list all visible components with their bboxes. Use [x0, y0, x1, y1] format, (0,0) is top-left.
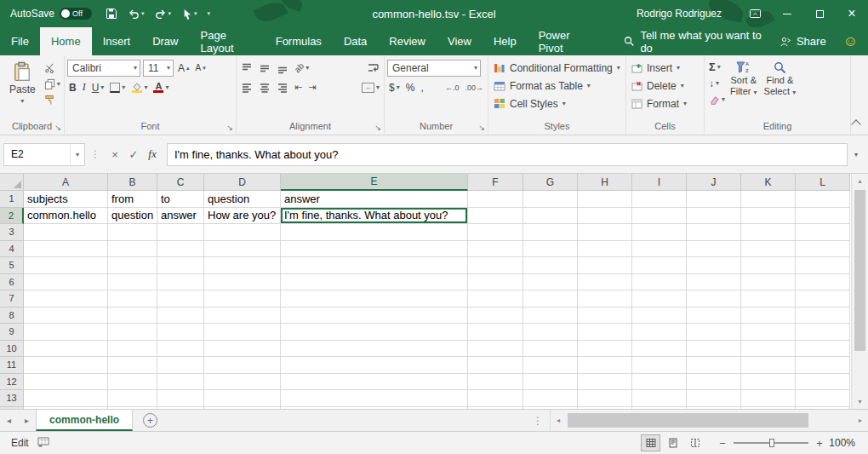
cell-B3[interactable]: [108, 224, 157, 241]
cell-J7[interactable]: [687, 290, 741, 307]
fill-button[interactable]: ↓ ▾: [707, 75, 727, 91]
cell-B2[interactable]: question: [108, 208, 157, 225]
cell-K1[interactable]: [741, 191, 796, 208]
cell-I3[interactable]: [632, 224, 687, 241]
cell-G7[interactable]: [523, 290, 578, 307]
cell-I13[interactable]: [632, 390, 687, 407]
conditional-formatting-button[interactable]: Conditional Formatting ▾: [491, 59, 623, 77]
column-header-D[interactable]: D: [204, 174, 281, 191]
cell-F5[interactable]: [468, 257, 523, 274]
undo-dropdown-icon[interactable]: ▾: [141, 10, 145, 17]
cell-L4[interactable]: [796, 241, 850, 258]
cell-B11[interactable]: [108, 357, 157, 374]
cell-J11[interactable]: [687, 357, 741, 374]
cell-I4[interactable]: [632, 241, 687, 258]
next-sheet-button[interactable]: ▸: [18, 416, 36, 425]
cell-K9[interactable]: [741, 324, 796, 341]
cell-J1[interactable]: [687, 191, 741, 208]
align-bottom-button[interactable]: [275, 60, 290, 76]
cell-A5[interactable]: [24, 257, 108, 274]
decrease-decimal-button[interactable]: .00→: [463, 83, 485, 92]
font-dialog-launcher[interactable]: ↘: [226, 124, 233, 132]
cell-G10[interactable]: [523, 341, 578, 358]
cell-I8[interactable]: [632, 307, 687, 325]
column-header-L[interactable]: L: [796, 174, 850, 191]
column-header-E[interactable]: E: [281, 174, 468, 191]
horizontal-scrollbar-track[interactable]: [566, 410, 853, 431]
cell-B8[interactable]: [108, 307, 157, 325]
cancel-button[interactable]: ×: [106, 148, 124, 161]
cell-D7[interactable]: [204, 290, 281, 307]
cell-E11[interactable]: [281, 357, 468, 374]
align-right-button[interactable]: [275, 79, 290, 95]
cell-A8[interactable]: [24, 307, 108, 325]
cell-I6[interactable]: [632, 274, 687, 291]
cell-B12[interactable]: [108, 374, 157, 391]
tab-help[interactable]: Help: [483, 27, 528, 55]
maximize-button[interactable]: [803, 0, 836, 27]
tell-me-button[interactable]: Tell me what you want to do: [624, 27, 773, 55]
font-name-select[interactable]: Calibri ▾: [67, 60, 140, 77]
row-header-6[interactable]: 6: [0, 274, 24, 291]
cell-C11[interactable]: [157, 357, 204, 374]
scroll-right-button[interactable]: ▸: [853, 417, 868, 424]
cell-A6[interactable]: [24, 274, 108, 291]
orientation-button[interactable]: ab ▾: [293, 60, 311, 76]
cell-H5[interactable]: [578, 257, 632, 274]
cell-A12[interactable]: [24, 374, 108, 391]
cell-B4[interactable]: [108, 241, 157, 258]
cell-L1[interactable]: [796, 191, 850, 208]
cell-L12[interactable]: [796, 374, 850, 391]
scroll-down-button[interactable]: ▾: [852, 394, 868, 409]
cell-styles-button[interactable]: Cell Styles ▾: [491, 95, 623, 112]
cell-K11[interactable]: [741, 357, 796, 374]
cell-H8[interactable]: [578, 307, 632, 325]
font-color-button[interactable]: A ▾: [151, 79, 170, 95]
close-button[interactable]: ×: [836, 0, 868, 27]
vertical-scrollbar-thumb[interactable]: [854, 190, 865, 351]
collapse-ribbon-button[interactable]: [851, 119, 860, 129]
cell-G1[interactable]: [523, 191, 578, 208]
cell-A7[interactable]: [24, 290, 108, 307]
normal-view-button[interactable]: [641, 434, 660, 451]
cell-H10[interactable]: [578, 341, 632, 358]
number-dialog-launcher[interactable]: ↘: [478, 124, 485, 132]
clipboard-dialog-launcher[interactable]: ↘: [54, 124, 61, 132]
tab-formulas[interactable]: Formulas: [265, 27, 333, 55]
row-header-10[interactable]: 10: [0, 341, 24, 358]
cell-K12[interactable]: [741, 374, 796, 391]
column-header-J[interactable]: J: [687, 174, 741, 191]
insert-function-button[interactable]: fx: [143, 147, 162, 161]
cell-B1[interactable]: from: [108, 191, 157, 208]
cell-K13[interactable]: [741, 390, 796, 407]
column-header-F[interactable]: F: [468, 174, 523, 191]
cell-B5[interactable]: [108, 257, 157, 274]
column-header-K[interactable]: K: [741, 174, 796, 191]
cell-J13[interactable]: [687, 390, 741, 407]
cell-C2[interactable]: answer: [157, 208, 204, 225]
row-header-1[interactable]: 1: [0, 191, 24, 208]
autosave-toggle[interactable]: AutoSave Off: [10, 8, 92, 20]
cell-H7[interactable]: [578, 290, 632, 307]
increase-indent-button[interactable]: ⇥: [306, 79, 317, 95]
formula-bar-drag-handle[interactable]: ⋮: [85, 148, 106, 160]
cell-E5[interactable]: [281, 257, 468, 274]
underline-button[interactable]: U ▾: [90, 79, 106, 95]
cell-E10[interactable]: [281, 341, 468, 358]
column-header-H[interactable]: H: [578, 174, 632, 191]
cell-E7[interactable]: [281, 290, 468, 307]
sheet-bar-resize-handle[interactable]: ⋮: [526, 415, 550, 427]
cell-A1[interactable]: subjects: [24, 191, 108, 208]
tab-home[interactable]: Home: [40, 27, 92, 55]
scroll-up-button[interactable]: ▴: [852, 174, 868, 188]
row-header-5[interactable]: 5: [0, 257, 24, 274]
cell-I9[interactable]: [632, 324, 687, 341]
horizontal-scrollbar[interactable]: ◂ ▸: [550, 410, 868, 431]
cell-B7[interactable]: [108, 290, 157, 307]
cell-D6[interactable]: [204, 274, 281, 291]
cell-A10[interactable]: [24, 341, 108, 358]
cell-D10[interactable]: [204, 341, 281, 358]
cell-F3[interactable]: [468, 224, 523, 241]
cell-L3[interactable]: [796, 224, 850, 241]
cell-G3[interactable]: [523, 224, 578, 241]
